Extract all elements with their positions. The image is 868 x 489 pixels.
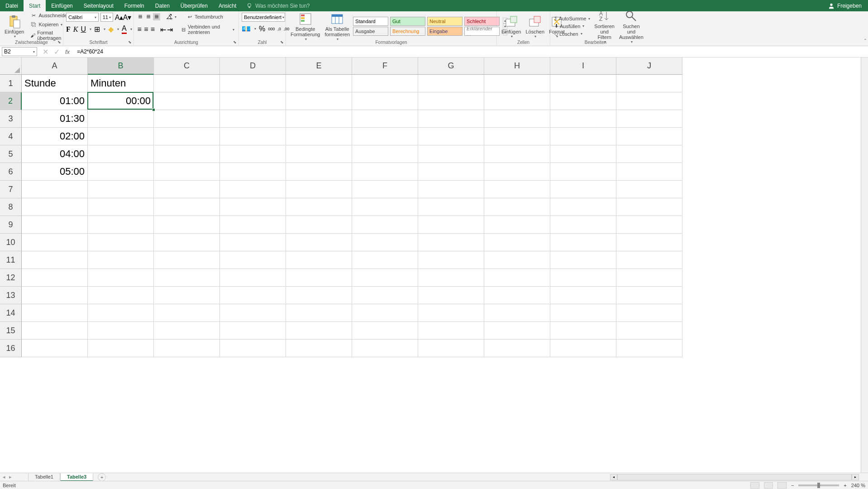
cell-E6[interactable] — [286, 163, 352, 181]
cell-C7[interactable] — [154, 181, 220, 198]
tab-daten[interactable]: Daten — [150, 0, 175, 11]
cancel-formula-icon[interactable]: ✕ — [43, 48, 48, 56]
cell-B13[interactable] — [88, 287, 154, 304]
orientation-icon[interactable]: ⦨ — [166, 13, 173, 20]
style-erklärender …[interactable]: Erklärender … — [464, 27, 500, 36]
cell-B8[interactable] — [88, 198, 154, 216]
clipboard-launcher[interactable]: ⬊ — [57, 39, 62, 45]
cell-A8[interactable] — [22, 198, 88, 216]
row-header-14[interactable]: 14 — [0, 304, 22, 322]
italic-button[interactable]: K — [73, 25, 78, 34]
cell-G1[interactable] — [418, 75, 484, 92]
cell-J1[interactable] — [616, 75, 682, 92]
increase-indent-icon[interactable]: ⇥ — [167, 26, 173, 33]
cell-E13[interactable] — [286, 287, 352, 304]
cell-B12[interactable] — [88, 269, 154, 287]
cell-F10[interactable] — [352, 234, 418, 251]
cell-H11[interactable] — [484, 251, 550, 269]
normal-view-button[interactable] — [750, 482, 759, 489]
column-headers[interactable]: ABCDEFGHIJ — [22, 58, 868, 75]
cell-B3[interactable] — [88, 110, 154, 128]
cell-I5[interactable] — [550, 145, 616, 163]
cell-J8[interactable] — [616, 198, 682, 216]
cell-F5[interactable] — [352, 145, 418, 163]
cell-B1[interactable]: Minuten — [88, 75, 154, 92]
col-header-J[interactable]: J — [616, 58, 682, 75]
row-header-9[interactable]: 9 — [0, 216, 22, 234]
cell-A5[interactable]: 04:00 — [22, 145, 88, 163]
cell-H13[interactable] — [484, 287, 550, 304]
cell-E3[interactable] — [286, 110, 352, 128]
cell-E16[interactable] — [286, 340, 352, 357]
cell-G15[interactable] — [418, 322, 484, 340]
cell-F13[interactable] — [352, 287, 418, 304]
cell-styles-gallery[interactable]: StandardGutNeutralSchlechtAusgabeBerechn… — [353, 16, 500, 36]
cell-C14[interactable] — [154, 304, 220, 322]
insert-cells-button[interactable]: Einfügen▾ — [500, 14, 523, 39]
row-header-1[interactable]: 1 — [0, 75, 22, 92]
cell-C1[interactable] — [154, 75, 220, 92]
cell-C5[interactable] — [154, 145, 220, 163]
sheet-nav[interactable]: ◂▸ — [0, 474, 14, 480]
col-header-D[interactable]: D — [220, 58, 286, 75]
sort-filter-button[interactable]: AZSortieren und Filtern▾ — [592, 8, 616, 45]
tell-me-search[interactable]: Was möchten Sie tun? — [246, 3, 310, 9]
cell-G12[interactable] — [418, 269, 484, 287]
percent-format-icon[interactable]: % — [259, 25, 265, 33]
row-header-7[interactable]: 7 — [0, 181, 22, 198]
cell-H2[interactable] — [484, 92, 550, 110]
select-all-button[interactable] — [0, 58, 22, 75]
cell-D3[interactable] — [220, 110, 286, 128]
row-header-6[interactable]: 6 — [0, 163, 22, 181]
cell-B16[interactable] — [88, 340, 154, 357]
cell-I2[interactable] — [550, 92, 616, 110]
cell-G3[interactable] — [418, 110, 484, 128]
cell-D4[interactable] — [220, 128, 286, 145]
cell-H6[interactable] — [484, 163, 550, 181]
cell-B11[interactable] — [88, 251, 154, 269]
formula-input[interactable]: =A2*60*24 — [75, 47, 868, 56]
cell-E5[interactable] — [286, 145, 352, 163]
name-box[interactable]: B2▾ — [2, 47, 37, 56]
cell-A9[interactable] — [22, 216, 88, 234]
clear-button[interactable]: ◇Löschen▾ — [553, 30, 591, 37]
cell-C2[interactable] — [154, 92, 220, 110]
col-header-F[interactable]: F — [352, 58, 418, 75]
increase-decimal-icon[interactable]: ,0 — [277, 27, 281, 31]
cell-I16[interactable] — [550, 340, 616, 357]
cell-J2[interactable] — [616, 92, 682, 110]
cell-D15[interactable] — [220, 322, 286, 340]
scroll-right-icon[interactable]: ▸ — [852, 474, 859, 480]
cell-I12[interactable] — [550, 269, 616, 287]
row-header-10[interactable]: 10 — [0, 234, 22, 251]
cell-A11[interactable] — [22, 251, 88, 269]
cell-E4[interactable] — [286, 128, 352, 145]
cell-C16[interactable] — [154, 340, 220, 357]
zoom-slider[interactable] — [798, 484, 839, 486]
cell-D14[interactable] — [220, 304, 286, 322]
align-middle-icon[interactable]: ≡ — [145, 13, 152, 20]
worksheet-grid[interactable]: ABCDEFGHIJ 12345678910111213141516 Stund… — [0, 58, 868, 473]
number-launcher[interactable]: ⬊ — [279, 39, 285, 45]
cell-F9[interactable] — [352, 216, 418, 234]
row-header-3[interactable]: 3 — [0, 110, 22, 128]
cell-H3[interactable] — [484, 110, 550, 128]
col-header-G[interactable]: G — [418, 58, 484, 75]
cell-D9[interactable] — [220, 216, 286, 234]
cell-B7[interactable] — [88, 181, 154, 198]
cell-A7[interactable] — [22, 181, 88, 198]
cell-F15[interactable] — [352, 322, 418, 340]
share-button[interactable]: Freigeben — [828, 3, 868, 9]
cell-F4[interactable] — [352, 128, 418, 145]
sheet-tab-tabelle1[interactable]: Tabelle1 — [28, 473, 60, 481]
number-format-dropdown[interactable]: Benutzerdefiniert▾ — [242, 13, 285, 22]
cell-J14[interactable] — [616, 304, 682, 322]
cell-I10[interactable] — [550, 234, 616, 251]
cell-I8[interactable] — [550, 198, 616, 216]
cell-B9[interactable] — [88, 216, 154, 234]
cell-H1[interactable] — [484, 75, 550, 92]
cell-B10[interactable] — [88, 234, 154, 251]
cell-I14[interactable] — [550, 304, 616, 322]
cell-H9[interactable] — [484, 216, 550, 234]
cell-D10[interactable] — [220, 234, 286, 251]
